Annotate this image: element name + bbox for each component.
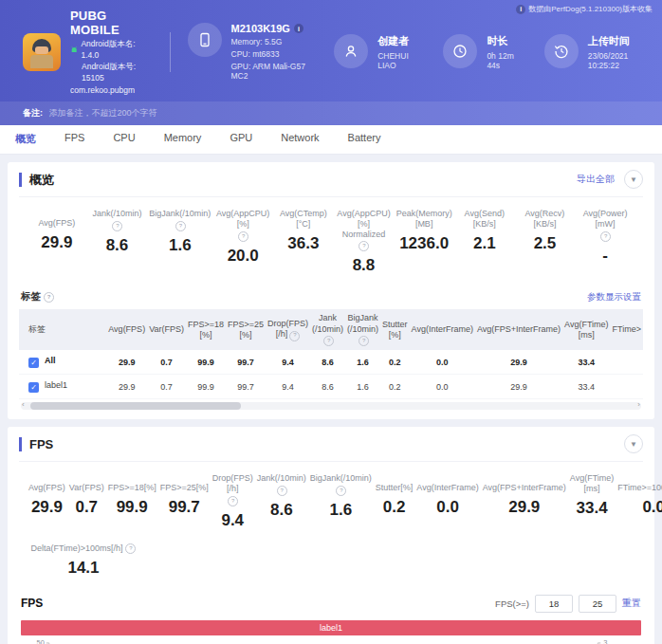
info-icon[interactable]: ? <box>277 486 287 496</box>
fps-reset-link[interactable]: 重置 <box>622 597 641 610</box>
table-header: FPS>=18 [%] <box>186 309 226 350</box>
android-version: Android版本名: 1.4.0 <box>81 39 150 60</box>
metric-label: Avg(FTime)[ms] <box>568 473 616 494</box>
svg-text:50: 50 <box>37 638 45 644</box>
info-icon[interactable]: ? <box>323 336 334 346</box>
table-cell: 0.0 <box>410 375 475 399</box>
table-cell: 9.4 <box>266 375 310 399</box>
table-cell <box>611 375 643 399</box>
info-icon[interactable]: ? <box>336 486 346 496</box>
metric-value: 29.9 <box>27 233 87 252</box>
tab-Network[interactable]: Network <box>281 132 319 146</box>
metric: FPS>=18[%]99.9 <box>106 473 158 530</box>
metric: Avg(FTime)[ms]33.4 <box>568 473 616 530</box>
tab-CPU[interactable]: CPU <box>113 132 135 146</box>
metric-value: 99.9 <box>106 498 158 517</box>
device-cpu: CPU: mt6833 <box>231 49 310 59</box>
device-gpu: GPU: ARM Mali-G57 MC2 <box>231 62 310 81</box>
info-icon[interactable]: ? <box>175 221 186 231</box>
metric-label: Avg(Send)[KB/s] <box>454 209 515 230</box>
upload-time-block: 上传时间 23/06/2021 10:25:22 <box>544 34 649 70</box>
metric: Var(FPS)0.7 <box>67 473 106 530</box>
label1-banner: label1 <box>21 620 641 635</box>
duration-label: 时长 <box>487 34 519 48</box>
device-info-icon[interactable]: i <box>294 24 303 33</box>
scroll-left-arrow[interactable]: ‹ <box>22 400 25 409</box>
table-row: ✓label129.90.799.999.79.48.61.60.20.029.… <box>19 375 643 399</box>
table-cell: 1.6 <box>345 350 380 375</box>
metric-value: 20.0 <box>212 247 273 266</box>
metric-value: 0.7 <box>67 498 106 517</box>
fps-chart[interactable]: 0591418232732374146500123FPSJank00:0000:… <box>19 637 643 644</box>
phone-icon <box>188 23 222 57</box>
tab-Battery[interactable]: Battery <box>348 132 381 146</box>
metric: BigJank(/10min)?1.6 <box>308 473 374 530</box>
scrollbar-thumb[interactable] <box>30 402 241 410</box>
remark-bar[interactable]: 备注: 添加备注，不超过200个字符 <box>0 101 662 125</box>
metric-value: 29.9 <box>481 498 568 517</box>
info-icon[interactable]: ? <box>600 231 611 242</box>
fps-metrics-row2: Delta(FTime)>100ms[/h]?14.1 <box>19 532 643 585</box>
row-checkbox[interactable]: ✓ <box>28 358 39 368</box>
scroll-right-arrow[interactable]: › <box>637 400 640 409</box>
duration-value: 0h 12m 44s <box>487 51 519 70</box>
metric-label: Drop(FPS)[/h]? <box>211 473 255 506</box>
table-cell: 99.7 <box>226 350 266 375</box>
app-package: com.rekoo.pubgm <box>70 85 151 95</box>
labels-table-head: 标签Avg(FPS)Var(FPS)FPS>=18 [%]FPS>=25 [%]… <box>19 309 643 350</box>
metric: Avg(InterFrame)0.0 <box>414 473 480 530</box>
table-cell: 29.9 <box>106 350 147 375</box>
export-all-link[interactable]: 导出全部 <box>577 173 615 186</box>
collapse-overview-button[interactable]: ▼ <box>624 170 643 189</box>
collapse-fps-button[interactable]: ▼ <box>624 434 643 453</box>
data-source-note-text: 数据由PerfDog(5.1.210300)版本收集 <box>528 4 653 14</box>
table-cell: 9.4 <box>266 350 310 375</box>
table-cell: 99.7 <box>226 375 266 399</box>
metric: Drop(FPS)[/h]?9.4 <box>211 473 255 530</box>
info-icon: i <box>516 5 525 14</box>
info-icon[interactable]: ? <box>125 543 136 554</box>
metric-label: Avg(AppCPU)[%]? <box>212 209 273 242</box>
fps-line-chart[interactable]: 0591418232732374146500123FPSJank00:0000:… <box>19 637 643 644</box>
app-name: PUBG MOBILE <box>70 9 151 37</box>
fps-threshold-input-1[interactable] <box>535 595 573 613</box>
metric: FTime>=100ms[%]0.0 <box>616 473 662 530</box>
row-checkbox[interactable]: ✓ <box>28 382 39 393</box>
metric-label: Avg(AppCPU)[%] Normalized? <box>334 209 395 251</box>
overview-title: 概览 <box>19 173 54 187</box>
table-cell: 8.6 <box>310 350 345 375</box>
tab-Memory[interactable]: Memory <box>164 132 202 146</box>
table-cell: 0.2 <box>380 375 410 399</box>
metric: Avg(CTemp)[°C]36.3 <box>273 209 334 275</box>
android-icon <box>70 46 78 54</box>
info-icon[interactable]: ? <box>44 292 54 303</box>
param-display-settings-link[interactable]: 参数显示设置 <box>587 291 641 304</box>
metric-value: 0.0 <box>414 498 480 517</box>
info-icon[interactable]: ? <box>228 496 238 506</box>
creator-label: 创建者 <box>377 34 418 48</box>
metric: BigJank(/10min)?1.6 <box>147 209 212 275</box>
table-cell: 8.6 <box>310 375 345 399</box>
table-cell: 0.2 <box>380 350 410 375</box>
tab-FPS[interactable]: FPS <box>64 132 84 146</box>
table-horizontal-scrollbar[interactable]: ‹ › <box>21 402 641 410</box>
info-icon[interactable]: ? <box>238 231 248 242</box>
table-header: Jank (/10min)? <box>310 309 345 350</box>
metric-value: 0.2 <box>374 498 415 517</box>
info-icon[interactable]: ? <box>359 336 369 346</box>
info-icon[interactable]: ? <box>289 331 300 341</box>
overview-metrics: Avg(FPS)29.9Jank(/10min)?8.6BigJank(/10m… <box>19 196 643 283</box>
tab-GPU[interactable]: GPU <box>230 132 252 146</box>
metric-value: 2.1 <box>454 234 515 253</box>
table-cell: 33.4 <box>562 375 611 399</box>
fps-threshold-input-2[interactable] <box>579 595 616 613</box>
info-icon[interactable]: ? <box>359 241 369 251</box>
creator-value: CHEHUI LIAO <box>377 51 418 70</box>
fps-metrics: Avg(FPS)29.9Var(FPS)0.7FPS>=18[%]99.9FPS… <box>19 461 643 532</box>
tab-概览[interactable]: 概览 <box>15 132 36 146</box>
metric-value: 29.9 <box>27 498 67 517</box>
info-icon[interactable]: ? <box>112 221 122 231</box>
metric-label: FPS>=18[%] <box>106 473 158 493</box>
labels-table: 标签Avg(FPS)Var(FPS)FPS>=18 [%]FPS>=25 [%]… <box>19 309 643 399</box>
metric: Avg(AppCPU)[%] Normalized?8.8 <box>334 209 395 275</box>
